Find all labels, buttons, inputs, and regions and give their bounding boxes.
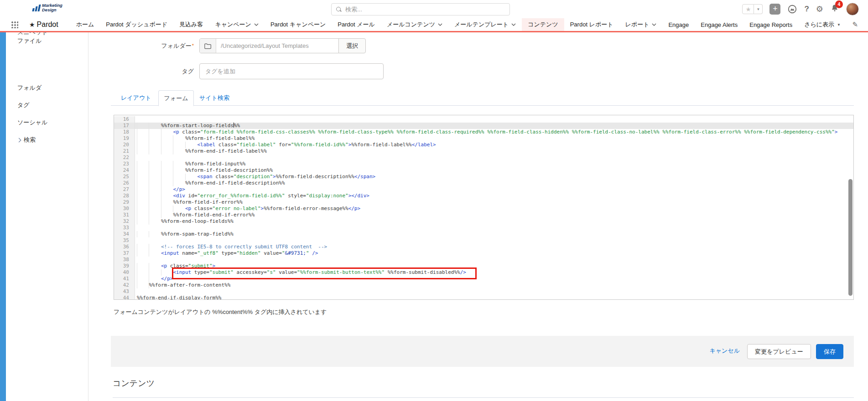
app-launcher-icon[interactable] bbox=[11, 21, 18, 28]
code-text: <p class="form-field %%form-field-css-cl… bbox=[135, 129, 837, 135]
code-line: 20 <label class="field-label" for="%%for… bbox=[114, 142, 853, 148]
line-number: 36 bbox=[114, 244, 135, 250]
line-number: 42 bbox=[114, 282, 135, 288]
code-line: 44%%form-end-if-display-form%% bbox=[114, 295, 853, 300]
nav-tab-label: メールテンプレート bbox=[454, 21, 509, 29]
notifications-bell[interactable]: 4 bbox=[830, 4, 839, 15]
nav-tab-label: レポート bbox=[625, 21, 650, 29]
chevron-down-icon[interactable] bbox=[254, 23, 259, 26]
code-line: 31 %%form-field-end-if-error%% bbox=[114, 212, 853, 218]
sidebar-item-フォルダ[interactable]: フォルダ bbox=[17, 79, 42, 97]
code-text: <p class="submit"> bbox=[135, 263, 215, 269]
code-text: %%form-after-form-content%% bbox=[135, 282, 230, 288]
content-tab-bar: レイアウトフォームサイト検索 bbox=[111, 90, 854, 106]
folder-field-label: フォルダー* bbox=[111, 38, 194, 53]
nav-tab[interactable]: Engage bbox=[662, 18, 695, 31]
code-text: %%form-end-if-field-description%% bbox=[135, 180, 285, 186]
nav-tab[interactable]: Pardot レポート bbox=[564, 18, 619, 31]
nav-tab[interactable]: Pardot ダッシュボード bbox=[100, 18, 173, 31]
code-text: <span class="description">%%form-field-d… bbox=[135, 174, 375, 180]
app-name[interactable]: ★ Pardot bbox=[29, 21, 58, 29]
code-line: 40 <input type="submit" accesskey="s" va… bbox=[114, 269, 853, 276]
global-search[interactable] bbox=[331, 3, 510, 15]
nav-tab[interactable]: さらに表示▼ bbox=[798, 18, 847, 31]
nav-tab[interactable]: メールコンテンツ bbox=[381, 18, 448, 31]
folder-select-button[interactable]: 選択 bbox=[338, 38, 366, 53]
nav-tab-label: Pardot レポート bbox=[570, 21, 613, 29]
code-text: %%form-end-if-display-form%% bbox=[135, 295, 221, 300]
nav-tab[interactable]: メールテンプレート bbox=[448, 18, 522, 31]
code-text: <input type="submit" accesskey="s" value… bbox=[135, 269, 466, 276]
setup-gear-icon[interactable]: ⚙ bbox=[816, 4, 823, 14]
folder-icon bbox=[200, 39, 216, 53]
code-text bbox=[135, 154, 137, 161]
content-tab[interactable]: サイト検索 bbox=[199, 90, 229, 106]
line-number: 38 bbox=[114, 257, 135, 263]
code-line: 32 %%form-end-loop-fields%% bbox=[114, 218, 853, 225]
sidebar: スニペットファイルフォルダタグソーシャル検索 bbox=[0, 32, 88, 401]
sidebar-item-label: タグ bbox=[17, 97, 30, 114]
global-actions-plus-icon[interactable]: + bbox=[769, 4, 780, 15]
tag-input[interactable] bbox=[199, 63, 384, 79]
code-line: 16 bbox=[114, 116, 853, 123]
code-line: 28 <div id="error_for_%%form-field-id%%"… bbox=[114, 193, 853, 199]
code-text: %%form-end-loop-fields%% bbox=[135, 218, 234, 225]
code-editor[interactable]: 1617 %%form-start-loop-fields%%18 <p cla… bbox=[114, 115, 854, 300]
app-name-label: Pardot bbox=[37, 21, 58, 29]
favorite-star-icon[interactable]: ★ bbox=[742, 4, 754, 14]
folder-path-input[interactable] bbox=[216, 39, 338, 53]
code-text: %%form-spam-trap-field%% bbox=[135, 231, 234, 237]
sidebar-item-ソーシャル[interactable]: ソーシャル bbox=[17, 114, 47, 131]
help-icon[interactable]: ? bbox=[804, 5, 809, 14]
code-line: 21 %%form-end-if-field-label%% bbox=[114, 148, 853, 154]
chevron-down-icon[interactable] bbox=[511, 23, 516, 26]
sidebar-item-検索[interactable]: 検索 bbox=[17, 131, 36, 149]
edit-nav-pencil-icon[interactable]: ✎ bbox=[852, 21, 858, 29]
line-number: 31 bbox=[114, 212, 135, 218]
sidebar-item-label: 検索 bbox=[24, 131, 36, 149]
cancel-button[interactable]: キャンセル bbox=[709, 347, 740, 355]
code-text: <div id="error_for_%%form-field-id%%" st… bbox=[135, 193, 369, 199]
content-tab[interactable]: フォーム bbox=[158, 90, 194, 106]
nav-tab[interactable]: ホーム bbox=[70, 18, 100, 31]
required-asterisk: * bbox=[192, 43, 194, 48]
favorites-dropdown-icon[interactable]: ▼ bbox=[754, 4, 763, 14]
line-number: 34 bbox=[114, 231, 135, 237]
chevron-down-icon[interactable] bbox=[652, 23, 656, 26]
nav-tab[interactable]: キャンペーン bbox=[209, 18, 265, 31]
nav-tab-label: Pardot ダッシュボード bbox=[106, 21, 167, 29]
nav-tab-label: コンテンツ bbox=[528, 21, 558, 29]
nav-tab[interactable]: 見込み客 bbox=[173, 18, 209, 31]
tag-field-label: タグ bbox=[111, 63, 194, 79]
nav-tab-label: Engage Reports bbox=[749, 21, 792, 28]
nav-tab-label: 見込み客 bbox=[179, 21, 203, 29]
notification-count-badge: 4 bbox=[835, 0, 843, 8]
section-divider bbox=[113, 397, 854, 398]
code-text: %%form-if-field-label%% bbox=[135, 135, 255, 142]
nav-tab-label: Pardot キャンペーン bbox=[270, 21, 326, 29]
nav-tab[interactable]: コンテンツ bbox=[522, 18, 564, 31]
nav-tab[interactable]: Pardot メール bbox=[332, 18, 381, 31]
sidebar-item-ファイル[interactable]: ファイル bbox=[17, 32, 42, 50]
nav-tab[interactable]: Engage Reports bbox=[743, 18, 798, 31]
save-button[interactable]: 保存 bbox=[816, 344, 843, 359]
chevron-down-icon[interactable] bbox=[438, 23, 442, 26]
sidebar-item-タグ[interactable]: タグ bbox=[17, 97, 30, 114]
chevron-right-icon[interactable] bbox=[17, 138, 21, 142]
nav-tab[interactable]: Pardot キャンペーン bbox=[265, 18, 332, 31]
line-number: 23 bbox=[114, 161, 135, 167]
editor-vertical-scrollbar[interactable] bbox=[848, 179, 852, 296]
line-number: 22 bbox=[114, 154, 135, 161]
nav-tab[interactable]: レポート bbox=[619, 18, 663, 31]
code-line: 17 %%form-start-loop-fields%% bbox=[114, 123, 853, 129]
preview-changes-button[interactable]: 変更をプレビュー bbox=[747, 344, 811, 359]
content-tab[interactable]: レイアウト bbox=[121, 90, 151, 106]
sidebar-accent-strip bbox=[0, 32, 6, 401]
trailhead-icon[interactable] bbox=[787, 4, 797, 14]
line-number: 24 bbox=[114, 167, 135, 174]
code-text: %%form-field-if-error%% bbox=[135, 199, 243, 206]
nav-tab[interactable]: Engage Alerts bbox=[695, 18, 743, 31]
line-number: 20 bbox=[114, 142, 135, 148]
search-input[interactable] bbox=[345, 6, 505, 13]
user-avatar[interactable] bbox=[846, 3, 859, 15]
